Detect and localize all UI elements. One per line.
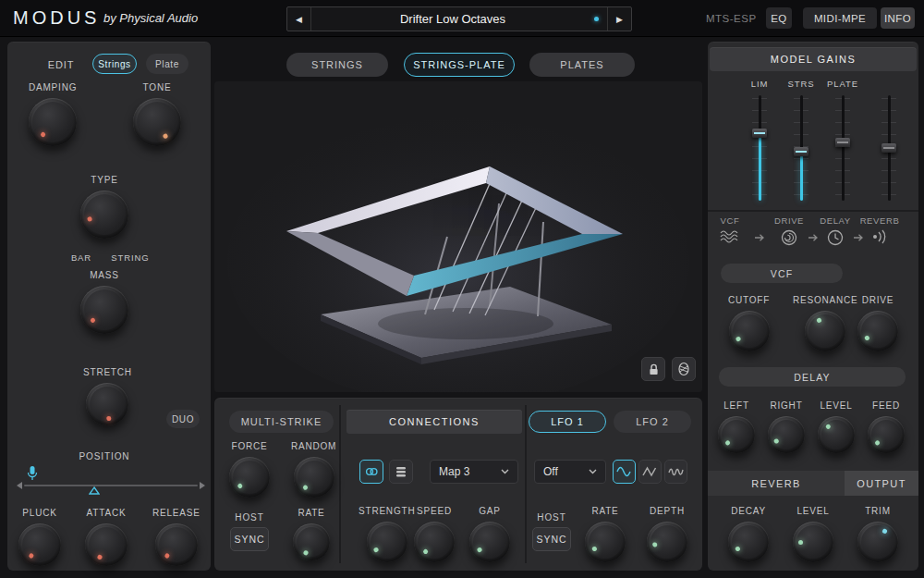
lfo-shape-random-button[interactable] [664,460,687,484]
gap-control: GAP [469,506,510,562]
damping-control: DAMPING [29,82,77,146]
speed-knob[interactable] [414,522,455,562]
modulation-panel: MULTI-STRIKE CONNECTIONS LFO 1 LFO 2 FOR… [214,398,702,571]
view-lock-button[interactable] [641,357,665,381]
delay-feed-control: FEED [868,400,905,453]
lfo-target-value: Off [543,465,558,478]
reverb-section-tab[interactable]: REVERB [708,471,845,496]
gap-knob[interactable] [469,522,510,562]
delay-clock-icon [826,228,845,247]
tab-lfo1[interactable]: LFO 1 [529,411,606,433]
info-button[interactable]: INFO [881,7,915,29]
strength-knob[interactable] [367,522,407,562]
fader-strs[interactable] [794,95,808,201]
ms-rate-control: RATE [293,508,330,560]
mass-knob[interactable] [80,286,128,334]
release-knob[interactable] [155,523,198,566]
lfo-depth-control: DEPTH [647,506,687,562]
decay-knob[interactable] [728,522,769,562]
header-bar: MODUS by Physical Audio ◀ Drifter Low Oc… [0,0,924,37]
delay-right-control: RIGHT [768,400,805,453]
delay-right-knob[interactable] [768,416,805,453]
lfo-shape-sine-button[interactable] [613,460,636,484]
position-slider[interactable] [17,476,205,497]
random-knob[interactable] [294,457,334,498]
fader-master[interactable] [881,95,896,201]
multi-strike-button[interactable]: MULTI-STRIKE [229,411,334,433]
lfo-shape-triangle-button[interactable] [638,460,662,484]
delay-right-label: RIGHT [770,400,802,411]
speed-control: SPEED [414,506,455,562]
tone-knob[interactable] [133,98,181,146]
fader-lim[interactable] [752,95,767,201]
preset-next-button[interactable]: ▶ [607,7,631,31]
stretch-knob[interactable] [86,383,128,425]
force-knob[interactable] [229,457,270,498]
connection-stack-button[interactable] [389,460,413,484]
map-select-value: Map 3 [439,465,469,478]
delay-feed-knob[interactable] [868,416,905,453]
model-viewport[interactable] [214,81,702,392]
app-byline: by Physical Audio [103,11,198,25]
preset-prev-button[interactable]: ◀ [287,7,311,31]
cutoff-knob[interactable] [729,311,770,351]
fx-drive-knob[interactable] [857,311,898,351]
pluck-knob[interactable] [18,523,61,566]
tab-strings[interactable]: STRINGS [286,53,388,77]
lfo-rate-control: RATE [585,506,626,562]
resonance-knob[interactable] [805,311,845,351]
connection-link-button[interactable] [359,460,383,484]
fader-plate[interactable] [835,95,850,201]
fx-drive-control: DRIVE [857,295,898,351]
force-label: FORCE [232,441,268,451]
delay-left-knob[interactable] [718,416,755,453]
tab-strings-plate[interactable]: STRINGS-PLATE [404,53,515,77]
lfo-sync-button[interactable]: SYNC [532,527,571,551]
lfo-depth-knob[interactable] [647,522,687,562]
mesh-view-button[interactable] [672,357,696,381]
cutoff-control: CUTOFF [728,295,770,351]
midi-mpe-button[interactable]: MIDI-MPE [803,7,877,29]
speed-label: SPEED [417,506,452,516]
attack-knob[interactable] [85,523,128,566]
fader-label-strs: STRS [785,79,817,89]
app-logo: MODUS [13,7,100,29]
reverb-level-knob[interactable] [793,522,833,562]
multi-strike-sync-button[interactable]: SYNC [230,527,269,551]
output-section-tab[interactable]: OUTPUT [845,471,918,496]
host-label: HOST [233,512,266,523]
force-control: FORCE [229,441,270,498]
tab-lfo2[interactable]: LFO 2 [614,411,691,433]
ms-rate-knob[interactable] [293,523,330,560]
strings-toggle[interactable]: Strings [92,54,137,74]
delay-feed-label: FEED [872,400,900,411]
plate-toggle[interactable]: Plate [146,54,188,74]
divider [708,210,918,212]
lfo-rate-knob[interactable] [585,522,626,562]
lfo-target-select[interactable]: Off [534,460,606,484]
random-control: RANDOM [291,441,336,498]
map-select[interactable]: Map 3 [430,460,518,484]
delay-left-label: LEFT [723,400,749,411]
vcf-section-button[interactable]: VCF [721,264,843,283]
3d-model-render [214,81,702,392]
trim-knob[interactable] [857,522,898,562]
fx-drive-label: DRIVE [862,295,894,305]
pluck-label: PLUCK [22,508,56,518]
mesh-icon [677,362,690,376]
bar-label: BAR [63,252,100,263]
slider-track[interactable] [24,485,198,486]
delay-level-knob[interactable] [818,416,855,453]
trim-control: TRIM [857,506,898,562]
damping-knob[interactable] [29,98,77,146]
position-marker[interactable] [89,486,100,495]
tab-plates[interactable]: PLATES [529,53,635,77]
chain-arrow-icon [754,233,765,242]
eq-button[interactable]: EQ [766,7,792,29]
type-knob[interactable] [80,191,128,239]
delay-section-button[interactable]: DELAY [719,367,906,387]
decay-label: DECAY [731,506,766,516]
preset-name[interactable]: Drifter Low Octaves [311,7,594,31]
connections-header[interactable]: CONNECTIONS [346,410,522,434]
duo-button[interactable]: DUO [166,410,200,428]
